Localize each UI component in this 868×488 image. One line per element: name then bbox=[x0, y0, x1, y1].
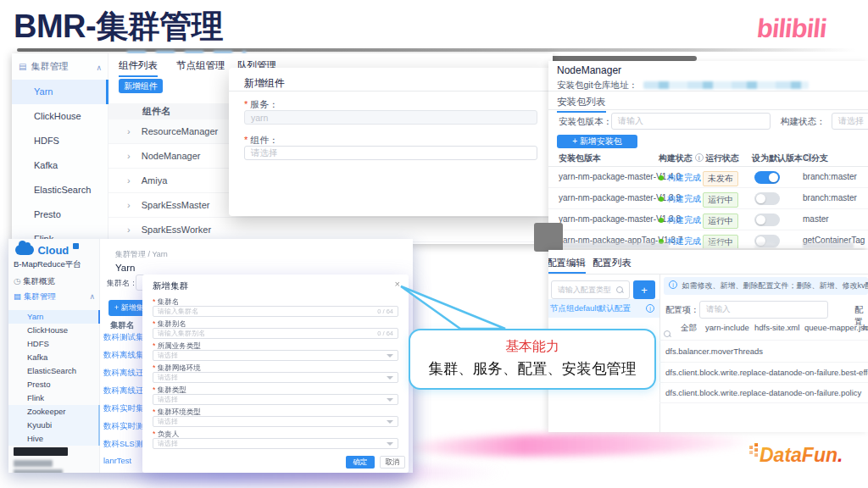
add-component-button[interactable]: 新增组件 bbox=[119, 79, 163, 93]
config-type-search-input[interactable]: 请输入配置类型 bbox=[551, 280, 630, 299]
config-item-label: 配置项： bbox=[665, 304, 699, 316]
add-cluster-modal: 新增集群 集群名 请输入集群名0 / 64 集群别名 请输入集群别名0 / 64… bbox=[142, 274, 409, 473]
cluster-link[interactable]: 数科离线集群 bbox=[103, 350, 144, 361]
tab-component-list[interactable]: 组件列表 bbox=[119, 59, 158, 77]
overview-icon: ◷ bbox=[14, 276, 20, 286]
chip-all[interactable]: 全部 bbox=[681, 323, 697, 334]
default-config-group-item[interactable]: 节点组default默认配置 bbox=[548, 299, 659, 318]
sidebar-item-kafka[interactable]: Kafka bbox=[12, 153, 108, 178]
cluster-sidebar: ▤ 集群管理 Yarn ClickHouse HDFS Kafka Elasti… bbox=[12, 53, 108, 244]
config-key[interactable]: dfs.balancer.moverThreads bbox=[665, 347, 763, 356]
sidebar-header[interactable]: ▤ 集群管理 bbox=[19, 60, 102, 73]
default-toggle[interactable] bbox=[754, 171, 780, 184]
cluster-link[interactable]: 数科离线迁移版集群 bbox=[103, 385, 144, 396]
sidebar-item-hdfs[interactable]: HDFS bbox=[12, 129, 108, 153]
modal-title: 新增组件 bbox=[244, 76, 285, 91]
tab-config-list[interactable]: 配置列表 bbox=[593, 257, 632, 269]
emr-item-hive[interactable]: Hive bbox=[8, 432, 100, 446]
cluster-name-input[interactable]: 请输入集群名0 / 64 bbox=[153, 306, 398, 317]
cloud-icon bbox=[15, 245, 34, 255]
emr-item-hdfs[interactable]: HDFS bbox=[8, 337, 100, 351]
repo-label: 安装包git仓库地址： bbox=[557, 80, 637, 92]
page-title: BMR-集群管理 bbox=[14, 5, 223, 48]
package-row: yarn-nm-package-master-V1.4.0 构建完成 未发布 b… bbox=[548, 167, 868, 188]
cluster-link[interactable]: 数科测试集群 bbox=[103, 332, 144, 343]
service-field[interactable]: yarn bbox=[244, 110, 537, 125]
service-title: NodeManager bbox=[557, 64, 621, 76]
tab-nodegroup-manage[interactable]: 节点组管理 bbox=[176, 59, 225, 72]
business-type-select[interactable]: 请选择 bbox=[153, 350, 398, 361]
service-label: 服务： bbox=[244, 98, 278, 111]
chip-clipped[interactable]: h bbox=[863, 323, 867, 332]
expand-icon[interactable] bbox=[127, 175, 131, 186]
info-icon bbox=[695, 153, 704, 162]
nav-overview[interactable]: ◷ 集群概览 bbox=[14, 276, 55, 287]
chevron-down-icon bbox=[387, 376, 393, 380]
sidebar-item-yarn[interactable]: Yarn bbox=[12, 80, 108, 104]
sidebar-item-clickhouse[interactable]: ClickHouse bbox=[12, 104, 108, 129]
chip-hdfs-site[interactable]: hdfs-site.xml bbox=[754, 323, 799, 332]
owner-select[interactable]: 请选择 bbox=[153, 438, 398, 449]
default-toggle[interactable] bbox=[754, 192, 780, 205]
decorative-swoosh bbox=[398, 430, 754, 458]
emr-item-presto[interactable]: Presto bbox=[8, 378, 100, 391]
divider bbox=[659, 382, 868, 383]
emr-item-kyuubi[interactable]: Kyuubi bbox=[8, 419, 100, 432]
emr-item-yarn[interactable]: Yarn bbox=[8, 310, 100, 324]
emr-item-zookeeper[interactable]: Zookeeper bbox=[8, 405, 100, 419]
build-filter-select[interactable]: 请选择 bbox=[832, 113, 868, 130]
confirm-button[interactable]: 确定 bbox=[346, 456, 375, 469]
cluster-manage-icon: ▤ bbox=[14, 291, 21, 301]
sidebar-item-presto[interactable]: Presto bbox=[12, 202, 108, 227]
status-badge: 运行中 bbox=[703, 192, 738, 208]
cluster-link[interactable]: 数科实时集群 bbox=[103, 403, 144, 414]
cluster-link[interactable]: 数科实时测试集群 bbox=[103, 421, 144, 432]
expand-icon[interactable] bbox=[127, 225, 131, 235]
emr-item-flink[interactable]: Flink bbox=[8, 391, 100, 405]
redacted-item bbox=[14, 460, 53, 467]
config-key[interactable]: dfs.client.block.write.replace-datanode-… bbox=[665, 368, 868, 377]
expand-icon[interactable] bbox=[127, 126, 131, 136]
cancel-button[interactable]: 取消 bbox=[380, 456, 405, 469]
package-row: yarn-nm-package-master-V1.3.9 构建完成 运行中 b… bbox=[548, 188, 868, 209]
env-type-select[interactable]: 请选择 bbox=[153, 416, 398, 427]
col-run: 运行状态 bbox=[705, 152, 739, 164]
emr-item-kafka[interactable]: Kafka bbox=[8, 351, 100, 364]
datafun-logo: DataFun. bbox=[748, 437, 862, 473]
version-filter-input[interactable]: 请输入 bbox=[611, 113, 771, 130]
info-icon bbox=[669, 280, 677, 289]
emr-item-clickhouse[interactable]: ClickHouse bbox=[8, 324, 100, 337]
add-package-button[interactable]: + 新增安装包 bbox=[557, 135, 637, 148]
cluster-alias-input[interactable]: 请输入集群别名0 / 64 bbox=[153, 328, 398, 339]
bilibili-logo: bilibili bbox=[755, 14, 827, 44]
add-config-button[interactable]: + bbox=[633, 280, 655, 299]
config-item-input[interactable]: 请输入 bbox=[699, 301, 828, 319]
nav-cluster-manage[interactable]: ▤ 集群管理 bbox=[14, 291, 95, 302]
network-env-select[interactable]: 请选择 bbox=[153, 372, 398, 383]
divider bbox=[229, 91, 553, 92]
cluster-link[interactable]: lanrTest bbox=[103, 456, 144, 465]
cluster-manage-icon: ▤ bbox=[19, 62, 26, 71]
redacted-item bbox=[14, 469, 63, 473]
chevron-down-icon bbox=[387, 442, 393, 446]
cluster-type-select[interactable]: 请选择 bbox=[153, 394, 398, 405]
sidebar-item-elasticsearch[interactable]: ElasticSearch bbox=[12, 178, 108, 202]
chip-queue-mapper[interactable]: queue-mapper.json bbox=[804, 323, 868, 332]
platform-name: B-MapReduce平台 bbox=[14, 259, 81, 270]
search-icon bbox=[616, 286, 623, 293]
expand-icon[interactable] bbox=[127, 151, 131, 161]
col-build: 构建状态 bbox=[659, 152, 704, 164]
expand-icon[interactable] bbox=[127, 200, 131, 210]
divider bbox=[659, 402, 868, 403]
cluster-link[interactable]: 数科离线迁移集群 bbox=[103, 368, 144, 379]
default-toggle[interactable] bbox=[754, 214, 780, 226]
breadcrumb: 集群管理 / Yarn bbox=[115, 249, 168, 260]
tab-package-list[interactable]: 安装包列表 bbox=[557, 96, 606, 113]
build-ok-dot bbox=[659, 197, 664, 202]
config-key[interactable]: dfs.client.block.write.replace-datanode-… bbox=[665, 388, 861, 397]
tab-config-edit[interactable]: 配置编辑 bbox=[548, 257, 586, 274]
chip-yarn-include[interactable]: yarn-include bbox=[705, 323, 749, 332]
emr-item-elasticsearch[interactable]: ElasticSearch bbox=[8, 364, 100, 378]
cluster-link[interactable]: 数科SLS测试集群 bbox=[103, 439, 144, 450]
component-select[interactable]: 请选择 bbox=[244, 146, 537, 160]
